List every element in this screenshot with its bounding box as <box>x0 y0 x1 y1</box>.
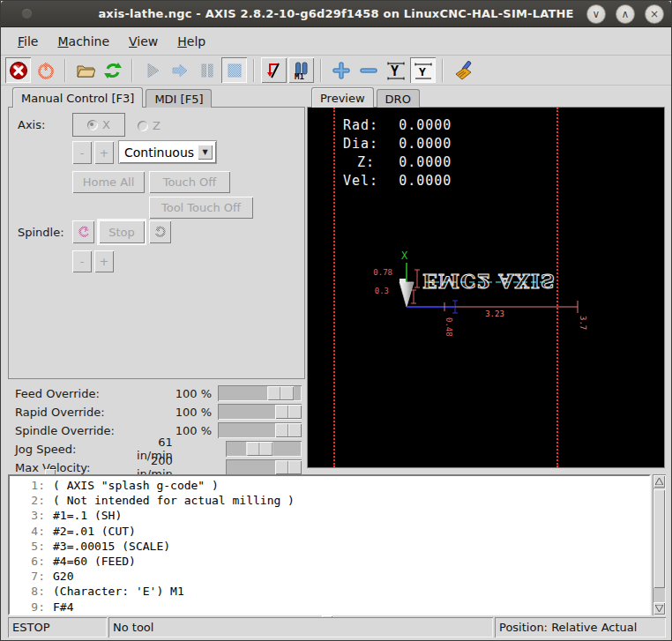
gcode-area: 1:( AXIS "splash g-code" ) 2:( Not inten… <box>8 474 666 615</box>
axis-label: Axis: <box>18 118 45 131</box>
open-file-button[interactable] <box>72 57 98 83</box>
gcode-line[interactable]: 4:#2=.01 (CUT) <box>13 524 649 539</box>
menu-file-hotkey: F <box>18 34 24 48</box>
spindle-minus-button[interactable]: - <box>72 250 92 272</box>
spindle-reverse-button[interactable] <box>72 220 94 243</box>
touch-off-button[interactable]: Touch Off <box>149 171 230 193</box>
maximize-button[interactable]: ∧ <box>616 4 635 24</box>
gcode-lineno: 1: <box>13 478 45 493</box>
reload-file-button[interactable] <box>100 57 125 83</box>
gcode-scrollbar[interactable] <box>653 474 666 615</box>
block-delete-toggle[interactable] <box>261 57 287 83</box>
tool-touch-off-button[interactable]: Tool Touch Off <box>149 197 253 219</box>
slider-handle[interactable] <box>275 460 302 474</box>
machine-power-button[interactable] <box>33 57 58 83</box>
run-button[interactable] <box>139 57 165 83</box>
toolbar: M1 Y Y <box>1 56 671 86</box>
step-button[interactable] <box>167 57 192 83</box>
tab-dro[interactable]: DRO <box>377 89 420 108</box>
menu-help-rest: elp <box>187 34 205 48</box>
tab-preview[interactable]: Preview <box>311 87 374 108</box>
preview-canvas[interactable]: Rad:0.0000 Dia:0.0000 Z:0.0000 Vel:0.000… <box>308 108 664 467</box>
dro-rad: Rad:0.0000 <box>343 116 452 135</box>
zoom-in-button[interactable] <box>328 57 354 83</box>
titlebar: axis-lathe.ngc - AXIS 2.8.2-10-g6d29f145… <box>1 1 671 27</box>
gcode-code: #1=.1 (SH) <box>53 509 122 522</box>
step-icon <box>170 61 190 80</box>
view-y-icon: Y <box>385 61 407 80</box>
menu-file[interactable]: File <box>10 31 46 52</box>
jog-minus-button[interactable]: - <box>72 141 92 164</box>
max-velocity-slider[interactable] <box>226 459 302 475</box>
reload-icon <box>103 61 123 80</box>
menu-view[interactable]: View <box>121 31 166 52</box>
gcode-line[interactable]: 5:#3=.00015 (SCALE) <box>13 539 649 554</box>
gcode-line[interactable]: 3:#1=.1 (SH) <box>13 508 649 523</box>
tab-mdi[interactable]: MDI [F5] <box>146 89 212 108</box>
tool-holder <box>399 279 406 283</box>
block-delete-icon <box>265 61 284 80</box>
main-panes: Manual Control [F3] MDI [F5] Axis: X Z <box>1 86 671 481</box>
close-button[interactable]: × <box>645 4 664 24</box>
feed-override-slider[interactable] <box>218 385 302 401</box>
axis-x-radio[interactable]: X <box>87 118 110 131</box>
estop-button[interactable] <box>5 57 31 83</box>
statusbar: ESTOP No tool Position: Relative Actual <box>8 617 666 637</box>
axis-z-radio[interactable]: Z <box>138 119 161 132</box>
pause-button[interactable] <box>194 57 220 83</box>
preview-panel: Rad:0.0000 Dia:0.0000 Z:0.0000 Vel:0.000… <box>307 107 665 468</box>
jog-plus-button[interactable]: + <box>94 141 114 164</box>
scroll-up-icon[interactable] <box>653 475 665 488</box>
max-velocity-label: Max Velocity: <box>15 461 137 474</box>
spindle-override-slider[interactable] <box>218 422 302 438</box>
rapid-override-value: 100 % <box>149 406 218 419</box>
view-y2-button[interactable]: Y <box>410 57 436 83</box>
dro-rad-label: Rad: <box>343 116 375 135</box>
gcode-line[interactable]: 9:F#4 <box>13 600 649 615</box>
jog-mode-dropdown[interactable]: Continuous ▼ <box>118 140 217 164</box>
slider-handle[interactable] <box>267 386 294 400</box>
gcode-code: ( Not intended for actual milling ) <box>53 494 295 507</box>
gcode-line[interactable]: 6:#4=60 (FEED) <box>13 554 649 569</box>
spindle-forward-button[interactable] <box>149 220 171 243</box>
dro-z: Z:0.0000 <box>343 153 452 172</box>
zoom-out-button[interactable] <box>355 57 381 83</box>
feed-override-label: Feed Override: <box>15 387 149 400</box>
jog-speed-slider[interactable] <box>226 441 302 457</box>
tab-manual-control[interactable]: Manual Control [F3] <box>12 87 143 108</box>
max-velocity-row: Max Velocity: 200 in/min <box>15 458 302 476</box>
home-all-button[interactable]: Home All <box>72 171 145 193</box>
rapid-override-label: Rapid Override: <box>15 406 149 419</box>
zoom-in-icon <box>332 61 351 80</box>
view-y-button[interactable]: Y <box>383 57 408 83</box>
gcode-line[interactable]: 2:( Not intended for actual milling ) <box>13 493 649 508</box>
toolbar-separator <box>320 59 322 82</box>
spindle-stop-button[interactable]: Stop <box>97 219 146 245</box>
broom-icon <box>453 61 473 80</box>
spindle-plus-button[interactable]: + <box>94 250 114 272</box>
gcode-code: #3=.00015 (SCALE) <box>53 540 170 553</box>
dro-vel: Vel:0.0000 <box>343 172 452 190</box>
minimize-button[interactable]: ∨ <box>586 4 606 24</box>
gcode-line[interactable]: 1:( AXIS "splash g-code" ) <box>13 478 649 493</box>
menu-help-hotkey: H <box>177 34 187 48</box>
stop-button[interactable] <box>221 57 247 83</box>
gcode-line[interactable]: 7:G20 <box>13 569 649 584</box>
scroll-down-icon[interactable] <box>653 602 665 615</box>
axis-z-label: Z <box>153 119 161 132</box>
slider-handle[interactable] <box>275 423 302 437</box>
gcode-lineno: 5: <box>13 539 45 554</box>
gcode-text[interactable]: 1:( AXIS "splash g-code" ) 2:( Not inten… <box>8 474 651 615</box>
clear-plot-button[interactable] <box>450 57 475 83</box>
dro-dia-value: 0.0000 <box>399 136 452 152</box>
radio-icon <box>138 121 148 131</box>
menu-machine[interactable]: Machine <box>49 31 117 52</box>
rapid-override-slider[interactable] <box>218 404 302 420</box>
scrollbar-thumb[interactable] <box>653 489 665 588</box>
menu-help[interactable]: Help <box>169 31 213 52</box>
optional-stop-toggle[interactable]: M1 <box>288 57 314 83</box>
slider-handle[interactable] <box>275 405 302 419</box>
slider-handle[interactable] <box>246 442 273 456</box>
spindle-ccw-icon <box>77 225 91 239</box>
gcode-line[interactable]: 8:(Character: 'E') M1 <box>13 584 649 599</box>
